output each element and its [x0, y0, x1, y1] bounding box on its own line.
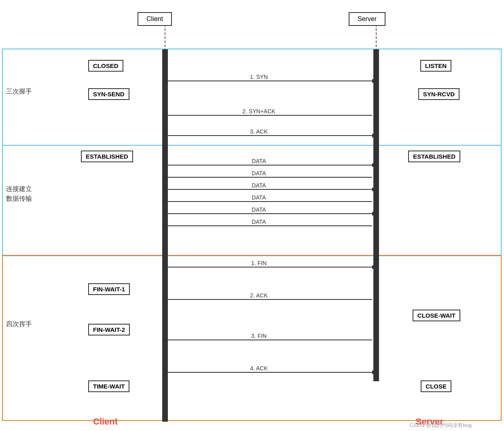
- section-handshake-label: 三次握手: [6, 87, 32, 96]
- state-server-listen: LISTEN: [420, 60, 451, 72]
- state-client-syn-send: SYN-SEND: [88, 88, 129, 100]
- server-header-label: Server: [358, 15, 377, 22]
- state-client-established: ESTABLISHED: [81, 151, 133, 162]
- state-client-fin-wait-2: FIN-WAIT-2: [88, 324, 130, 335]
- state-client-fin-wait-1: FIN-WAIT-1: [88, 283, 130, 295]
- state-server-close-wait: CLOSE-WAIT: [413, 310, 460, 321]
- state-server-established: ESTABLISHED: [408, 151, 460, 162]
- watermark: CSDN @我的代码没有bug: [410, 422, 472, 429]
- section-close-box: [2, 255, 502, 421]
- section-close-label: 四次挥手: [6, 320, 32, 329]
- state-server-close: CLOSE: [421, 380, 451, 392]
- diagram-container: 三次握手 连接建立数据传输 四次挥手 1. SYN 2. SYN+ACK 3. …: [0, 0, 504, 431]
- client-header-label: Client: [146, 15, 163, 22]
- client-header-box: Client: [138, 12, 172, 26]
- state-client-closed: CLOSED: [88, 60, 123, 72]
- server-header-box: Server: [349, 12, 385, 26]
- footer-client-label: Client: [93, 416, 118, 427]
- state-server-syn-rcvd: SYN-RCVD: [418, 88, 460, 100]
- state-client-time-wait: TIME-WAIT: [88, 380, 129, 392]
- section-data-label: 连接建立数据传输: [6, 184, 32, 204]
